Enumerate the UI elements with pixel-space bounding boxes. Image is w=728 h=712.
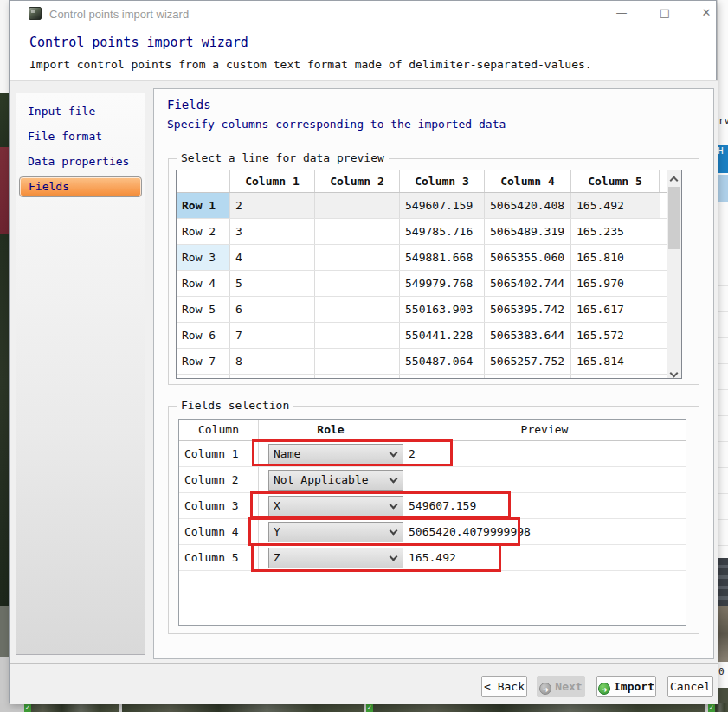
- control-points-import-wizard-dialog: Control points import wizard — □ ✕ Contr…: [9, 0, 717, 703]
- cut-off-number: 0: [718, 666, 728, 677]
- column-header[interactable]: Column 2: [315, 170, 400, 192]
- column-header: Role: [259, 420, 403, 440]
- wizard-steps-sidebar: Input file File format Data properties F…: [16, 93, 145, 655]
- next-button: ➜Next: [537, 676, 585, 697]
- chevron-down-icon: [390, 553, 398, 561]
- role-dropdown[interactable]: Not Applicable: [268, 470, 403, 491]
- column-header: Column: [179, 420, 259, 440]
- preview-value: [403, 467, 686, 492]
- arrow-circle-icon: ➜: [598, 683, 610, 695]
- scroll-down-button[interactable]: [667, 363, 681, 378]
- maximize-button[interactable]: □: [650, 1, 680, 25]
- sidebar-item-input-file[interactable]: Input file: [16, 99, 145, 124]
- table-row[interactable]: Row 3 4 549881.668 5065355.060 165.810: [177, 245, 681, 271]
- table-row[interactable]: Row 1 2 549607.159 5065420.408 165.492: [177, 193, 681, 219]
- fields-selection-table: Column Role Preview Column 1 Name 2 Colu…: [178, 419, 686, 626]
- panel-subtitle: Specify columns corresponding to the imp…: [167, 118, 506, 131]
- photo-thumbnail: [366, 703, 705, 712]
- column-header[interactable]: Column 4: [485, 170, 571, 192]
- background-hover-row: [718, 175, 728, 202]
- background-right-panel-strip: rv H 0: [717, 0, 728, 712]
- role-dropdown[interactable]: Y: [268, 522, 403, 542]
- photo-thumbnail: [122, 703, 364, 712]
- wizard-subtitle: Import control points from a custom text…: [29, 58, 592, 71]
- preview-value: 5065420.4079999998: [403, 519, 686, 544]
- close-button[interactable]: ✕: [692, 1, 721, 25]
- check-badge-icon: ✓: [708, 703, 715, 712]
- import-button[interactable]: ➜Import: [596, 676, 656, 697]
- background-photo-thumbnails: ✓ ✓ ✓: [0, 703, 728, 712]
- cancel-button[interactable]: Cancel: [667, 676, 713, 697]
- data-preview-table[interactable]: Column 1 Column 2 Column 3 Column 4 Colu…: [176, 170, 682, 379]
- chevron-down-icon: [670, 369, 679, 378]
- fields-row-column-1: Column 1 Name 2: [179, 441, 686, 467]
- fields-row-column-4: Column 4 Y 5065420.4079999998: [179, 519, 686, 545]
- fields-row-column-5: Column 5 Z 165.492: [179, 545, 686, 571]
- table-row[interactable]: Row 7 8 550487.064 5065257.752 165.814: [177, 349, 681, 375]
- column-header[interactable]: Column 3: [400, 170, 485, 192]
- data-preview-groupbox: Select a line for data preview Column 1 …: [168, 158, 699, 385]
- column-header[interactable]: Column 5: [571, 170, 660, 192]
- window-title: Control points import wizard: [49, 8, 189, 21]
- chevron-down-icon: [390, 449, 398, 458]
- column-header[interactable]: Column 1: [230, 170, 315, 192]
- sidebar-item-data-properties[interactable]: Data properties: [16, 149, 145, 174]
- title-bar[interactable]: Control points import wizard — □ ✕: [10, 1, 716, 27]
- fields-step-panel: Fields Specify columns corresponding to …: [153, 88, 714, 659]
- fields-row-column-3: Column 3 X 549607.159: [179, 493, 686, 519]
- panel-title: Fields: [167, 98, 211, 112]
- chevron-down-icon: [390, 527, 398, 536]
- background-thumbnail-block: [718, 558, 728, 606]
- check-badge-icon: ✓: [366, 703, 373, 712]
- scroll-up-button[interactable]: [667, 170, 681, 185]
- groupbox-label: Fields selection: [177, 399, 293, 412]
- app-cube-icon: [29, 7, 42, 20]
- preview-value: 165.492: [403, 545, 686, 570]
- table-row-partial[interactable]: 9 550547.064 5065404.416 165.044: [177, 375, 681, 379]
- chevron-down-icon: [390, 475, 398, 484]
- table-row[interactable]: Row 5 6 550163.903 5065395.742 165.617: [177, 297, 681, 323]
- preview-header-row: Column 1 Column 2 Column 3 Column 4 Colu…: [177, 170, 681, 193]
- role-dropdown[interactable]: Name: [268, 444, 403, 465]
- back-button[interactable]: < Back: [481, 676, 527, 697]
- wizard-title: Control points import wizard: [29, 35, 248, 50]
- role-dropdown[interactable]: Z: [268, 548, 403, 568]
- sidebar-item-file-format[interactable]: File format: [16, 124, 145, 149]
- groupbox-label: Select a line for data preview: [177, 151, 389, 164]
- background-photo-block: [718, 606, 728, 662]
- vertical-scrollbar[interactable]: [667, 170, 681, 378]
- preview-value: 2: [403, 441, 686, 466]
- scrollbar-thumb[interactable]: [668, 187, 680, 249]
- table-row[interactable]: Row 2 3 549785.716 5065489.319 165.235: [177, 219, 681, 245]
- table-row[interactable]: Row 4 5 549979.768 5065402.744 165.970: [177, 271, 681, 297]
- chevron-down-icon: [390, 501, 398, 510]
- check-badge-icon: ✓: [24, 703, 31, 712]
- minimize-button[interactable]: —: [607, 1, 636, 25]
- arrow-circle-icon: ➜: [539, 683, 551, 695]
- background-selected-row: H: [718, 145, 728, 173]
- chevron-up-icon: [670, 176, 679, 185]
- preview-value: 549607.159: [403, 493, 686, 518]
- cut-off-text: rv: [718, 115, 728, 126]
- fields-selection-groupbox: Fields selection Column Role Preview Col…: [168, 406, 699, 634]
- dialog-footer: < Back ➜Next ➜Import Cancel: [10, 663, 718, 704]
- dialog-body: Input file File format Data properties F…: [10, 80, 718, 663]
- sidebar-item-fields[interactable]: Fields: [19, 176, 142, 197]
- photo-thumbnail: [24, 703, 119, 712]
- column-header: Preview: [403, 420, 686, 440]
- fields-row-column-2: Column 2 Not Applicable: [179, 467, 686, 493]
- role-dropdown[interactable]: X: [268, 496, 403, 516]
- fields-header-row: Column Role Preview: [179, 420, 686, 441]
- table-row[interactable]: Row 6 7 550441.228 5065383.644 165.572: [177, 323, 681, 349]
